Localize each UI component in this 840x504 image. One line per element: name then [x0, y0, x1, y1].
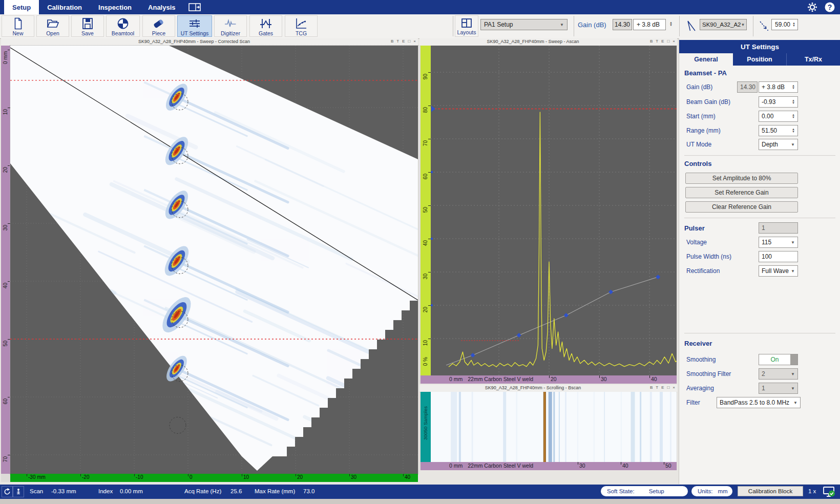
angle-field[interactable]: 59.00 ▲▼ — [771, 19, 798, 30]
ruler-tick — [403, 474, 404, 476]
ut-settings-panel: UT Settings General Position Tx/Rx Beams… — [679, 38, 840, 484]
set-amplitude-button[interactable]: Set Amplitude to 80% — [685, 173, 798, 184]
window-button-b[interactable]: B — [650, 39, 653, 44]
ruler-tick — [649, 375, 650, 378]
window-button-e[interactable]: E — [402, 39, 405, 44]
hardware-status-icon[interactable] — [823, 486, 836, 498]
smoothing-filter-select[interactable]: 2▼ — [759, 368, 798, 380]
chevron-down-icon: ▼ — [741, 23, 745, 27]
ruler-tick-label: 40 — [651, 376, 657, 382]
smoothing-toggle[interactable]: On — [759, 354, 798, 365]
calibration-block-button[interactable]: Calibration Block — [738, 486, 803, 496]
ruler-tick-label: 30 — [423, 274, 428, 279]
tab-general[interactable]: General — [679, 53, 733, 66]
window-button-t[interactable]: T — [396, 39, 399, 44]
gain-offset-field[interactable]: + 3.8 dB — [633, 19, 666, 30]
ut-mode-select[interactable]: Depth▼ — [759, 139, 798, 150]
range-field[interactable]: 51.50▲▼ — [759, 125, 798, 136]
ascan-amplitude-ruler[interactable]: 9080706050403020100 % — [421, 46, 431, 375]
gain-label: Gain (dB) — [686, 83, 712, 91]
pulse-width-field[interactable]: 100 — [759, 251, 798, 262]
menu-calibration[interactable]: Calibration — [39, 0, 90, 14]
tcg-curve-icon — [295, 17, 308, 30]
layout-preset-value: PA1 Setup — [484, 21, 513, 28]
chevron-down-icon: ▼ — [791, 269, 795, 274]
bscan-view[interactable]: SK90_A32_A28_FHP40mm - Scrolling - Bscan… — [419, 385, 677, 470]
menu-analysis[interactable]: Analysis — [140, 0, 183, 14]
window-close-button[interactable]: × — [673, 39, 675, 44]
view-titlebar[interactable]: SK90_A32_A28_FHP40mm - Sweep - Corrected… — [1, 38, 418, 46]
piece-name-label: 22mm Carbon Steel V weld — [468, 376, 533, 382]
toggle-handle[interactable] — [790, 354, 797, 365]
corrected-scan-view[interactable]: SK90_A32_A28_FHP40mm - Sweep - Corrected… — [1, 38, 418, 482]
beam-gain-field[interactable]: -0.93▲▼ — [759, 96, 798, 108]
start-field[interactable]: 0.00▲▼ — [759, 111, 798, 122]
angle-spinner[interactable]: ▲▼ — [792, 22, 795, 27]
window-maximize-button[interactable]: □ — [667, 385, 669, 390]
toolbar-label: UT Settings — [181, 30, 209, 36]
view-titlebar[interactable]: SK90_A32_A28_FHP40mm - Scrolling - Bscan… — [419, 385, 677, 392]
window-maximize-button[interactable]: □ — [667, 39, 669, 44]
ruler-tick — [549, 375, 550, 378]
toolbar-button-new[interactable]: New — [2, 15, 34, 37]
window-button-b[interactable]: B — [650, 385, 653, 390]
clear-reference-gain-button[interactable]: Clear Reference Gain — [685, 201, 798, 213]
window-button-t[interactable]: T — [656, 39, 658, 44]
bscan-position-ruler[interactable]: 0 mm 22mm Carbon Steel V weld 304050 — [421, 462, 677, 470]
encoder-status-icon[interactable] — [13, 486, 24, 497]
set-reference-gain-button[interactable]: Set Reference Gain — [685, 187, 798, 198]
layout-preset-select[interactable]: PA1 Setup ▼ — [480, 19, 568, 30]
filter-select[interactable]: BandPass 2.5 to 8.0 MHz▼ — [717, 397, 801, 408]
toolbar-button-digitizer[interactable]: Digitizer — [214, 15, 247, 37]
spinner[interactable]: ▲▼ — [792, 114, 795, 119]
averaging-select[interactable]: 1▼ — [759, 383, 798, 394]
ascan-depth-ruler[interactable]: 0 mm 22mm Carbon Steel V weld 203040 — [421, 375, 677, 384]
window-close-button[interactable]: × — [673, 385, 675, 390]
toolbar-label: Open — [46, 30, 59, 36]
spinner[interactable]: ▲▼ — [792, 128, 795, 133]
layouts-button[interactable]: Layouts — [455, 15, 478, 37]
corrected-scan-canvas[interactable] — [10, 46, 418, 474]
toolbar-button-tcg[interactable]: TCG — [285, 15, 318, 37]
scan-position-ruler[interactable]: -30 mm-20-10010203040 — [10, 474, 418, 482]
toolbar-label: TCG — [296, 30, 307, 36]
help-icon[interactable]: ? — [824, 1, 836, 13]
toolbar-button-piece[interactable]: Piece — [142, 15, 175, 37]
ascan-canvas[interactable] — [431, 46, 677, 375]
window-maximize-button[interactable]: □ — [408, 39, 410, 44]
spinner[interactable]: ▲▼ — [792, 99, 795, 104]
ascan-view[interactable]: SK90_A32_A28_FHP40mm - Sweep - Ascan B T… — [419, 38, 677, 384]
scan-depth-ruler[interactable]: 0 mm10203040506070 — [1, 46, 10, 474]
rectification-select[interactable]: Full Wave▼ — [759, 265, 798, 277]
tab-position[interactable]: Position — [733, 53, 787, 66]
toolbar-button-gates[interactable]: Gates — [249, 15, 282, 37]
toolbar-button-save[interactable]: Save — [71, 15, 104, 37]
reset-button[interactable] — [2, 486, 13, 497]
window-button-t[interactable]: T — [656, 385, 658, 390]
bscan-canvas[interactable] — [431, 392, 677, 462]
toolbar-button-open[interactable]: Open — [36, 15, 69, 37]
window-button-e[interactable]: E — [661, 385, 664, 390]
probe-selector[interactable]: SK90_A32_A2 ▼ — [700, 19, 747, 30]
gain-spinner[interactable]: ▲▼ — [669, 22, 673, 27]
window-button-e[interactable]: E — [661, 39, 664, 44]
spinner[interactable]: ▲▼ — [792, 85, 795, 90]
undock-panel-icon[interactable] — [187, 0, 202, 14]
gear-icon[interactable] — [806, 1, 818, 13]
divider — [684, 155, 835, 156]
toolbar-label: New — [12, 30, 23, 36]
toolbar-button-beamtool[interactable]: Beamtool — [106, 15, 140, 37]
bscan-samples-ruler[interactable]: 30050 Samples — [421, 392, 431, 462]
tab-tx-rx[interactable]: Tx/Rx — [787, 53, 840, 66]
ruler-tick-label: 70 — [3, 456, 8, 462]
ruler-origin-label: 0 mm — [449, 376, 463, 382]
ruler-tick-label: 30 — [351, 474, 356, 480]
menu-setup[interactable]: Setup — [4, 0, 39, 14]
window-button-b[interactable]: B — [391, 39, 393, 44]
window-close-button[interactable]: × — [413, 39, 416, 44]
toolbar-button-ut-settings[interactable]: UT Settings — [177, 15, 212, 37]
menu-inspection[interactable]: Inspection — [90, 0, 140, 14]
view-titlebar[interactable]: SK90_A32_A28_FHP40mm - Sweep - Ascan B T… — [419, 38, 677, 46]
gain-offset-field[interactable]: + 3.8 dB▲▼ — [759, 81, 798, 93]
voltage-select[interactable]: 115▼ — [759, 237, 798, 248]
